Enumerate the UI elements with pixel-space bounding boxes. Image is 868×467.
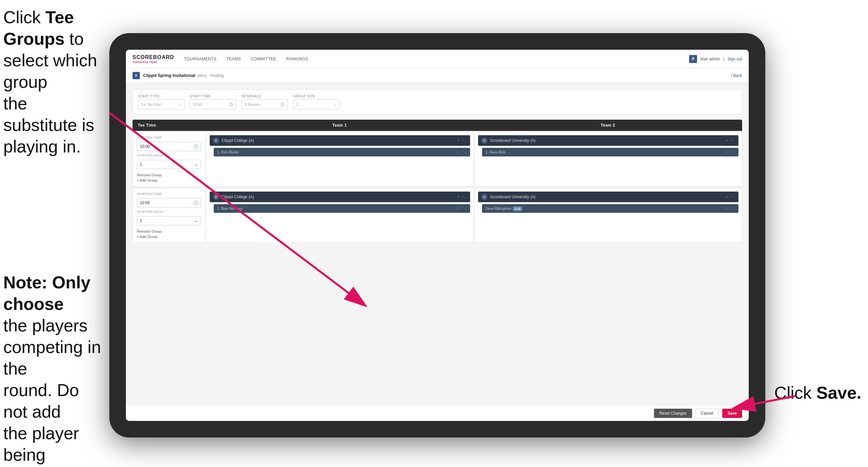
reset-changes-button[interactable]: Reset Changes [654, 409, 692, 418]
nav-right: B blair admin | Sign out [689, 55, 742, 63]
group2-team2-icon: S [482, 194, 487, 200]
group2-team1-player-name: 2. Blair McHarg [217, 206, 454, 210]
group-row-2: STARTING TIME: 10:05 🕐 STARTING HOLE: 1 … [132, 188, 742, 243]
start-type-label: Start Type [138, 94, 185, 98]
nav-links: TOURNAMENTS TEAMS COMMITTEE RANKINGS [184, 57, 689, 61]
group1-left: STARTING TIME: 10:00 🕐 STARTING HOLE: 1 … [132, 132, 206, 186]
sub-header-title: Clippd Spring Invitational [143, 73, 195, 78]
group1-team2-panel[interactable]: S Scoreboard University (A) × ⌃⌄ 1. Rees… [474, 132, 742, 186]
group1-team1-entry[interactable]: B Clippd College (A) × ⌃⌄ [210, 135, 470, 146]
group2-team1-entry[interactable]: B Clippd College (A) × ⌃⌄ [210, 192, 470, 202]
start-time-field: Start Time 10:00 🕐 [190, 94, 236, 109]
sub-header-tag: (Men) [197, 74, 207, 78]
group1-team1-panel[interactable]: B Clippd College (A) × ⌃⌄ 1. Rich Butler… [206, 132, 474, 186]
group2-starting-time-label: STARTING TIME: [137, 192, 201, 196]
start-type-field: Start Type 1st Tee Start ⌄ [138, 94, 185, 109]
group2-team1-arrows[interactable]: ⌃⌄ [462, 195, 467, 199]
group-size-input[interactable]: 2 ⌄ [293, 99, 340, 109]
sub-header-hosting: Hosting [210, 73, 224, 78]
group1-team2-player-remove[interactable]: × [725, 150, 727, 154]
group1-team2-player[interactable]: 1. Rees Britt × ⌃⌄ [482, 148, 739, 156]
nav-avatar: B [689, 55, 697, 63]
cancel-button[interactable]: Cancel [695, 408, 719, 418]
config-row: Start Type 1st Tee Start ⌄ Start Time 10… [132, 89, 742, 114]
annotation-save: Click Save. [774, 383, 861, 403]
group1-team2-player-arrows[interactable]: ⌃⌄ [730, 150, 735, 154]
group2-remove-button[interactable]: Remove Group [137, 229, 201, 233]
save-button[interactable]: Save [722, 409, 742, 418]
nav-link-committee[interactable]: COMMITTEE [251, 57, 276, 61]
group1-add-button[interactable]: + Add Group [137, 178, 201, 182]
group2-team1-player[interactable]: 2. Blair McHarg × ⌃⌄ [214, 204, 470, 213]
group2-team1-player-arrows[interactable]: ⌃⌄ [462, 207, 467, 210]
nav-link-rankings[interactable]: RANKINGS [286, 57, 308, 61]
group2-starting-hole-input[interactable]: 1 ⌄ [137, 216, 201, 225]
group2-team2-remove[interactable]: × [725, 195, 728, 199]
group1-team1-player-remove[interactable]: × [457, 150, 459, 154]
team2-header: Team 2 [474, 120, 742, 131]
group2-time-icon: 🕐 [193, 201, 198, 205]
start-time-input[interactable]: 10:00 🕐 [190, 99, 236, 109]
group2-team2-entry[interactable]: S Scoreboard University (A) × ⌃⌄ [478, 192, 739, 202]
group1-team1-player[interactable]: 1. Rich Butler × ⌃⌄ [214, 148, 470, 156]
nav-user: blair admin [700, 57, 720, 61]
nav-link-tournaments[interactable]: TOURNAMENTS [184, 57, 217, 61]
nav-link-teams[interactable]: TEAMS [227, 57, 241, 61]
group1-team1-player-arrows[interactable]: ⌃⌄ [462, 150, 467, 154]
intervals-icon: 🕐 [280, 103, 285, 107]
start-time-label: Start Time [190, 94, 236, 98]
group-row-1: STARTING TIME: 10:00 🕐 STARTING HOLE: 1 … [132, 132, 742, 186]
nav-separator: | [723, 57, 724, 61]
group1-starting-hole-input[interactable]: 1 ⌄ [137, 160, 201, 169]
group2-team1-icon: B [213, 194, 219, 200]
back-button[interactable]: ‹ Back [731, 73, 742, 78]
group2-team2-arrows[interactable]: ⌃⌄ [730, 195, 735, 199]
group1-team2-player-name: 1. Rees Britt [485, 150, 722, 154]
group1-remove-button[interactable]: Remove Group [137, 173, 201, 177]
group1-team1-remove[interactable]: × [457, 138, 460, 143]
group-size-label: Group Size [293, 94, 340, 98]
group1-team1-icon: B [213, 138, 219, 144]
group2-team1-player-remove[interactable]: × [457, 206, 459, 211]
intervals-label: Intervals [242, 94, 288, 98]
tablet-frame: SCOREBOARD Powered by clippd TOURNAMENTS… [109, 33, 765, 438]
intervals-field: Intervals 5 Minutes 🕐 [242, 94, 288, 109]
sign-out-link[interactable]: Sign out [727, 57, 742, 61]
group1-starting-time-input[interactable]: 10:00 🕐 [137, 142, 201, 151]
tee-table-header: Tee Time Team 1 Team 2 [132, 120, 742, 131]
intervals-input[interactable]: 5 Minutes 🕐 [242, 99, 288, 109]
group2-add-button[interactable]: + Add Group [137, 235, 201, 239]
start-type-value: 1st Tee Start [141, 103, 162, 107]
group2-team2-name: Scoreboard University (A) [490, 195, 723, 199]
sub-badge: SUB [513, 206, 523, 211]
start-type-input[interactable]: 1st Tee Start ⌄ [138, 99, 185, 109]
group1-team1-name: Clippd College (A) [222, 138, 455, 143]
group1-starting-hole-value: 1 [140, 162, 142, 167]
group2-team2-player[interactable]: Dave Billingham SUB × ⌃⌄ [482, 204, 739, 213]
nav-logo: SCOREBOARD Powered by clippd [132, 54, 174, 64]
group-size-value: 2 [296, 103, 298, 107]
annotation-bottom: Note: Only choose the players competing … [3, 272, 103, 467]
tee-time-header: Tee Time [132, 120, 206, 131]
group1-starting-hole-label: STARTING HOLE: [137, 154, 201, 157]
group2-team2-player-remove[interactable]: × [725, 206, 727, 211]
group2-team2-panel[interactable]: S Scoreboard University (A) × ⌃⌄ Dave Bi… [474, 188, 742, 243]
group2-hole-arrows: ⌄ [195, 218, 198, 223]
tablet-screen: SCOREBOARD Powered by clippd TOURNAMENTS… [126, 50, 749, 421]
group2-left: STARTING TIME: 10:05 🕐 STARTING HOLE: 1 … [132, 188, 206, 243]
group1-starting-time-label: STARTING TIME: [137, 136, 201, 139]
group-size-arrow: ⌄ [334, 103, 337, 107]
group2-team1-panel[interactable]: B Clippd College (A) × ⌃⌄ 2. Blair McHar… [206, 188, 474, 243]
group1-team2-arrows[interactable]: ⌃⌄ [730, 139, 735, 143]
group1-team2-remove[interactable]: × [725, 138, 728, 143]
start-time-value: 10:00 [193, 103, 202, 107]
start-type-arrow: ⌄ [179, 103, 182, 107]
tee-groups-bold: Tee Groups [3, 8, 74, 49]
group1-team2-entry[interactable]: S Scoreboard University (A) × ⌃⌄ [478, 135, 739, 146]
group2-team2-player-arrows[interactable]: ⌃⌄ [730, 207, 735, 210]
group2-team1-remove[interactable]: × [457, 195, 460, 199]
group1-starting-time-value: 10:00 [140, 144, 150, 149]
group2-starting-time-input[interactable]: 10:05 🕐 [137, 198, 201, 207]
save-bold: Save. [816, 383, 861, 402]
group1-team1-arrows[interactable]: ⌃⌄ [462, 139, 467, 143]
